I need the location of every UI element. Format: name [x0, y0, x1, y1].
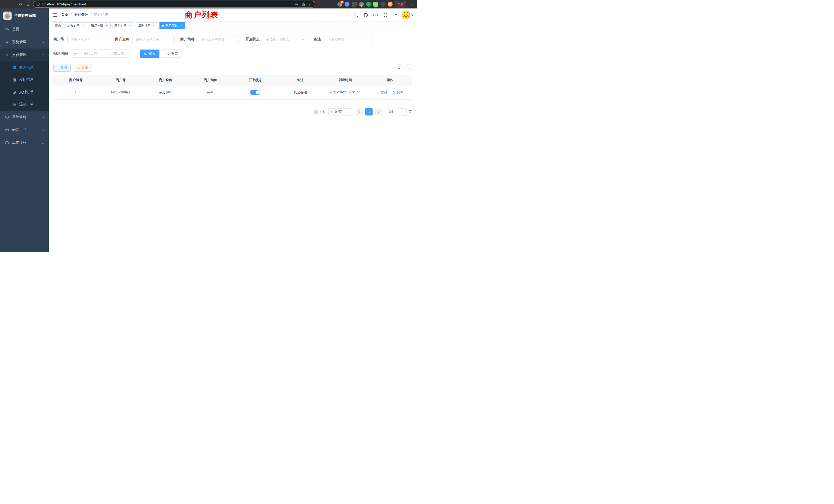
extension-icon[interactable]: 10 — [337, 2, 342, 7]
share-icon[interactable] — [302, 2, 305, 6]
close-icon[interactable]: × — [152, 24, 156, 27]
gear-icon — [5, 40, 9, 44]
tab-refund-order[interactable]: 退款订单× — [136, 22, 158, 29]
bookmark-star-icon[interactable]: ☆ — [308, 2, 312, 6]
dashboard-icon — [5, 27, 9, 31]
goto-label: 前往 — [389, 110, 395, 114]
home-icon[interactable]: ⌂ — [24, 1, 31, 8]
user-avatar-menu[interactable] — [402, 11, 413, 19]
extension-icon[interactable] — [352, 2, 357, 7]
tab-payment-order[interactable]: 支付订单× — [112, 22, 134, 29]
sidebar-item-infrastructure[interactable]: 基础设施 — [0, 111, 49, 123]
github-icon[interactable] — [364, 13, 368, 17]
extension-icon[interactable] — [373, 2, 378, 7]
refresh-table-button[interactable] — [405, 64, 412, 71]
breadcrumb-home[interactable]: 首页 — [61, 13, 68, 17]
menu-label: 基础设施 — [12, 115, 26, 119]
goto-page-input[interactable] — [397, 108, 407, 115]
chevron-down-icon — [42, 116, 44, 118]
sidebar-item-home[interactable]: 首页 — [0, 23, 49, 36]
delete-button[interactable]: 删除 — [392, 90, 403, 95]
browser-menu-icon[interactable]: ⋮ — [409, 2, 414, 7]
sidebar-item-merchant-info[interactable]: 商户信息 — [0, 61, 49, 74]
status-select[interactable]: 请选择开启状态 — [263, 35, 307, 43]
menu-label: 支付管理 — [12, 53, 26, 57]
merchant-no-input[interactable] — [67, 35, 108, 43]
tab-process-form[interactable]: 流程表单× — [65, 22, 87, 29]
url-text[interactable]: localhost:1024/pay/merchant — [42, 2, 294, 6]
close-icon[interactable]: × — [81, 24, 85, 27]
close-icon[interactable]: × — [179, 24, 183, 27]
refresh-icon — [166, 52, 170, 55]
breadcrumb: 首页 / 支付管理 / 商户信息 — [61, 13, 108, 17]
create-time-range-picker[interactable]: 开始日期 - 结束日期 — [71, 49, 130, 58]
merchant-name-label: 商户全称 — [115, 37, 129, 42]
download-icon — [77, 66, 80, 69]
reset-button[interactable]: 重置 — [162, 49, 182, 58]
merchant-table: 商户编号 商户号 商户全称 商户简称 开启状态 备注 创建时间 操作 1 M23… — [53, 75, 412, 99]
prev-page-button[interactable] — [356, 108, 363, 115]
remark-input[interactable] — [324, 35, 372, 43]
sidebar-item-workflow[interactable]: 工作流程 — [0, 136, 49, 149]
breadcrumb-separator: / — [91, 13, 92, 17]
chevron-down-icon — [302, 38, 305, 40]
col-merchant-id: 商户编号 — [53, 75, 98, 85]
back-icon[interactable]: ← — [2, 1, 9, 8]
tab-home[interactable]: 首页 — [53, 22, 63, 29]
forward-icon[interactable]: → — [9, 1, 17, 8]
col-merchant-no: 商户号 — [98, 75, 143, 85]
sidebar-item-payment[interactable]: 支付管理 — [0, 48, 49, 61]
site-info-icon[interactable]: ⓘ — [37, 2, 40, 7]
fullscreen-icon[interactable] — [383, 13, 388, 17]
page-1-button[interactable]: 1 — [366, 108, 373, 115]
profile-avatar[interactable] — [388, 2, 393, 7]
url-bar[interactable]: ⓘ localhost:1024/pay/merchant ☆ — [33, 1, 315, 8]
refresh-icon — [407, 66, 411, 70]
extension-badge: 10 — [340, 1, 344, 4]
app-logo[interactable]: 芋道管理系统 — [0, 8, 49, 23]
merchant-name-input[interactable] — [132, 35, 174, 43]
tabs-bar: 首页 流程表单× 用户分组× 支付订单× 退款订单× 商户信息× — [49, 21, 417, 30]
export-button[interactable]: 导出 — [74, 64, 92, 72]
extension-icon[interactable] — [345, 2, 349, 7]
tab-merchant-info[interactable]: 商户信息× — [159, 22, 185, 29]
extension-icon[interactable] — [366, 2, 371, 7]
search-icon — [397, 66, 401, 70]
briefcase-icon — [5, 141, 9, 145]
extensions-puzzle-icon[interactable] — [380, 2, 386, 7]
font-size-icon[interactable]: TT — [393, 13, 397, 17]
sidebar-menu: 首页 系统管理 支付管理 商户信息 应用信息 — [0, 23, 49, 149]
page-content: 商户号 商户全称 商户简称 开启状态 请选择开启状态 — [49, 30, 417, 252]
sidebar-item-system[interactable]: 系统管理 — [0, 36, 49, 48]
merchant-short-input[interactable] — [198, 35, 239, 43]
grid-icon — [12, 78, 16, 82]
toggle-search-button[interactable] — [395, 64, 403, 71]
extensions-area: 10 更新 ⋮ — [337, 1, 415, 7]
edit-button[interactable]: 修改 — [377, 90, 388, 95]
sidebar-toggle-icon[interactable] — [53, 13, 57, 17]
plus-icon: + — [57, 66, 59, 70]
cell-merchant-no: M233666999 — [98, 85, 143, 99]
add-button[interactable]: + 新增 — [53, 64, 71, 72]
sidebar-item-refund-order[interactable]: 退款订单 — [0, 98, 49, 111]
close-icon[interactable]: × — [105, 24, 108, 27]
range-separator: - — [103, 52, 104, 56]
search-button[interactable]: 搜索 — [140, 49, 159, 58]
chevron-down-icon — [42, 129, 44, 131]
browser-update-button[interactable]: 更新 — [395, 1, 406, 7]
sidebar-item-payment-order[interactable]: 支付订单 — [0, 86, 49, 98]
next-page-button[interactable] — [375, 108, 382, 115]
status-toggle[interactable] — [250, 90, 260, 95]
page-size-select[interactable]: 10条/页 — [328, 108, 353, 115]
menu-label: 支付订单 — [19, 90, 34, 94]
tab-user-group[interactable]: 用户分组× — [89, 22, 111, 29]
password-key-icon[interactable] — [294, 2, 299, 6]
search-icon[interactable] — [354, 13, 358, 17]
close-icon[interactable]: × — [128, 24, 132, 27]
table-header-row: 商户编号 商户号 商户全称 商户简称 开启状态 备注 创建时间 操作 — [53, 75, 412, 85]
sidebar-item-dev-tools[interactable]: 研发工具 — [0, 123, 49, 136]
reload-icon[interactable]: ↻ — [17, 1, 24, 8]
extension-icon[interactable] — [359, 2, 364, 7]
help-icon[interactable]: ? — [373, 13, 378, 17]
sidebar-item-app-info[interactable]: 应用信息 — [0, 74, 49, 86]
